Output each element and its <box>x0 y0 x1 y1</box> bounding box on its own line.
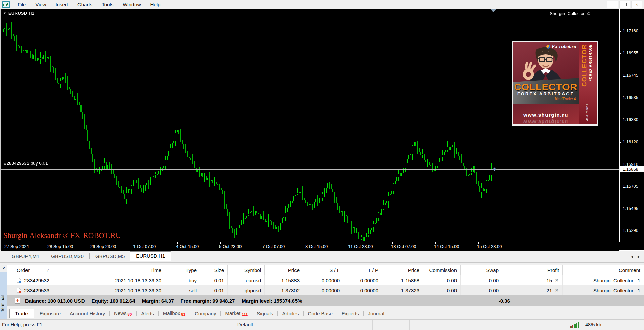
column-header-type[interactable]: Type <box>165 265 200 275</box>
close-button[interactable]: × <box>631 1 642 8</box>
terminal-tab-experts[interactable]: Experts <box>337 309 363 318</box>
price-axis-tick <box>620 209 621 209</box>
ad-title-band: COLLECTOR FOREX ARBITRAGE MetaTrader 4 <box>513 78 579 104</box>
status-cell <box>372 320 409 330</box>
column-header-profit[interactable]: Profit <box>502 265 563 275</box>
menu-window[interactable]: Window <box>118 0 145 9</box>
close-order-button[interactable]: × <box>555 288 558 293</box>
column-header-label: S / L <box>329 267 340 273</box>
order-cell-type: sell <box>165 285 200 295</box>
menu-file[interactable]: File <box>13 0 31 9</box>
price-axis-tick <box>620 187 621 187</box>
close-order-button[interactable]: × <box>555 278 558 283</box>
minimize-button[interactable]: — <box>607 1 618 8</box>
time-axis-tick <box>350 242 350 244</box>
scroll-right-icon[interactable]: ► <box>637 255 641 259</box>
menu-tools[interactable]: Tools <box>97 0 118 9</box>
chart-symbol-menu[interactable]: ▼ EURUSD,H1 <box>3 11 34 16</box>
terminal-close-button[interactable]: × <box>0 265 7 272</box>
order-cell-commission: 0.00 <box>423 285 461 295</box>
column-header-order[interactable]: Order∕ <box>7 265 98 275</box>
order-row[interactable]: 2834295332021.10.18 13:39:30sell0.01gbpu… <box>7 285 644 295</box>
menu-view[interactable]: View <box>31 0 51 9</box>
terminal-panel-label[interactable]: Terminal <box>0 289 7 318</box>
chart-tab-eurusd-h1[interactable]: EURUSD,H1 <box>130 251 171 261</box>
terminal-tab-market[interactable]: Market111 <box>221 309 252 318</box>
time-axis[interactable]: 27 Sep 202128 Sep 15:0029 Sep 23:001 Oct… <box>1 242 619 251</box>
chart-shift-marker-icon[interactable] <box>491 9 496 12</box>
total-profit: -0.36 <box>462 298 522 304</box>
traffic-bar <box>574 324 575 328</box>
column-header-comment[interactable]: Comment <box>563 265 644 275</box>
scroll-left-icon[interactable]: ◄ <box>630 255 634 259</box>
price-axis[interactable]: 1.15868 1.171601.169551.167451.165351.16… <box>619 9 644 242</box>
terminal-tab-account-history[interactable]: Account History <box>65 309 109 318</box>
order-cell-price: 1.37302 <box>265 285 303 295</box>
menu-help[interactable]: Help <box>146 0 165 9</box>
column-header-size[interactable]: Size <box>200 265 228 275</box>
status-profile-cell[interactable]: Default <box>234 320 330 330</box>
chart-tabs-bar: GBPJPY,M1GBPUSD,M30GBPUSD,M5EURUSD,H1◄► <box>0 251 644 261</box>
time-axis-tick <box>135 242 135 244</box>
order-ticket: 283429533 <box>24 288 49 293</box>
time-axis-label: 28 Sep 15:00 <box>47 244 73 249</box>
terminal-tab-articles[interactable]: Articles <box>278 309 303 318</box>
time-axis-label: 29 Sep 23:00 <box>90 244 116 249</box>
time-axis-label: 27 Sep 2021 <box>4 244 29 249</box>
order-open-line[interactable] <box>1 168 619 168</box>
chart-watermark: Shurgin Aleksandr ® FX-ROBOT.RU <box>3 231 121 240</box>
menu-charts[interactable]: Charts <box>73 0 97 9</box>
expert-advisor-label[interactable]: Shurgin_Collector ☺ <box>550 11 591 16</box>
chart-tab-gbpjpy-m1[interactable]: GBPJPY,M1 <box>7 252 44 261</box>
ad-spine-subtitle: FOREX ARBITRAGE <box>589 44 592 81</box>
terminal-tab-label: Signals <box>257 311 273 316</box>
order-ticket-cell: 283429533 <box>7 285 98 295</box>
price-axis-tick <box>620 120 621 120</box>
menu-insert[interactable]: Insert <box>51 0 73 9</box>
app-logo-icon <box>2 1 10 8</box>
terminal-tab-journal[interactable]: Journal <box>364 309 389 318</box>
order-cell-size: 0.01 <box>200 275 228 285</box>
order-ticket: 283429532 <box>24 278 49 283</box>
restore-button[interactable] <box>619 1 630 8</box>
terminal-tab-label: Market <box>225 310 240 316</box>
terminal-tab-label: Journal <box>368 311 384 316</box>
terminal-tab-code-base[interactable]: Code Base <box>304 309 337 318</box>
terminal-tab-alerts[interactable]: Alerts <box>137 309 158 318</box>
terminal-tab-exposure[interactable]: Exposure <box>35 309 65 318</box>
status-help-text: For Help, press F1 <box>2 322 42 327</box>
order-cell-swap: 0.00 <box>461 285 502 295</box>
time-axis-label: 1 Oct 07:00 <box>133 244 156 249</box>
ad-site-logo: Fx-robot.ru <box>546 44 576 49</box>
column-header-price[interactable]: Price <box>265 265 303 275</box>
connection-traffic-icon <box>570 322 580 328</box>
column-header-swap[interactable]: Swap <box>461 265 502 275</box>
column-header-time[interactable]: Time <box>98 265 165 275</box>
price-axis-tick <box>620 165 621 165</box>
terminal-tab-mailbox[interactable]: Mailbox81 <box>159 309 190 318</box>
chevron-down-icon: ▼ <box>3 12 6 15</box>
terminal-tab-signals[interactable]: Signals <box>252 309 277 318</box>
column-header-symbol[interactable]: Symbol <box>228 265 265 275</box>
chart-tab-gbpusd-m30[interactable]: GBPUSD,M30 <box>46 252 89 261</box>
time-axis-tick <box>392 242 393 244</box>
column-header-t-p[interactable]: T / P <box>343 265 382 275</box>
terminal-tab-trade[interactable]: Trade <box>9 309 34 318</box>
traffic-bar <box>570 326 571 328</box>
status-cell <box>446 320 483 330</box>
terminal-tab-news[interactable]: News80 <box>110 309 136 318</box>
chart-tab-gbpusd-m5[interactable]: GBPUSD,M5 <box>90 252 130 261</box>
price-axis-label: 1.15290 <box>623 228 638 233</box>
sort-ascending-icon: ∕ <box>48 268 48 273</box>
order-line-label: #283429532 buy 0.01 <box>4 161 48 166</box>
chart-tab-separator <box>45 253 45 259</box>
order-cell-t-p: 0.00000 <box>343 275 382 285</box>
order-row[interactable]: 2834295322021.10.18 13:39:30buy0.01eurus… <box>7 275 644 285</box>
column-header-s-l[interactable]: S / L <box>303 265 343 275</box>
column-header-commission[interactable]: Commission <box>423 265 461 275</box>
terminal-tab-company[interactable]: Company <box>190 309 220 318</box>
ad-platform: MetaTrader 4 <box>513 97 579 101</box>
time-axis-label: 15 Oct 23:00 <box>477 244 502 249</box>
chart-title: EURUSD,H1 <box>8 11 34 16</box>
column-header-price[interactable]: Price <box>382 265 423 275</box>
